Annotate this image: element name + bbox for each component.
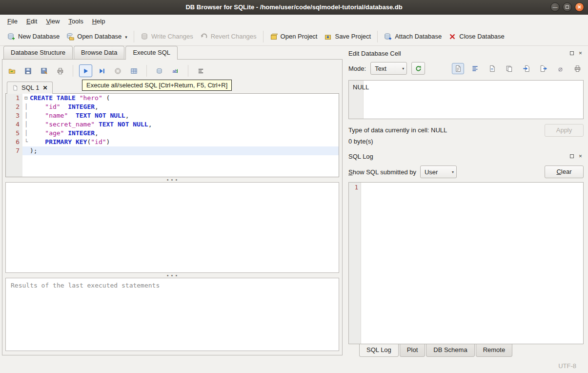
word-wrap-button[interactable] [469,63,481,74]
dock-tab-plot[interactable]: Plot [400,344,425,357]
code-line[interactable]: 5│ "age" INTEGER, [6,129,339,138]
stop-icon [114,67,122,75]
tab-browse-data[interactable]: Browse Data [74,46,124,59]
null-icon [557,65,564,72]
code-text [30,155,339,177]
mode-combo[interactable]: Text ▾ [370,62,407,75]
menu-file[interactable]: File [3,16,22,27]
clear-button[interactable]: Clear [545,166,584,178]
print-sql-button[interactable] [54,64,67,77]
tab-database-structure[interactable]: Database Structure [3,46,73,59]
open-sql-file-button[interactable] [5,64,19,77]
dock-tab-bar: SQL Log Plot DB Schema Remote [348,344,584,358]
execute-all-icon [82,67,89,75]
format-sql-button[interactable] [194,64,207,77]
close-database-button[interactable]: Close Database [445,30,508,43]
menu-edit[interactable]: Edit [22,16,41,27]
dock-tab-sql-log[interactable]: SQL Log [359,344,399,357]
save-sql-file-button[interactable] [21,64,35,77]
code-line[interactable]: 3│ "name" TEXT NOT NULL, [6,111,339,120]
code-text: ); [30,146,339,155]
fold-marker-icon[interactable]: ⊟ [22,94,30,103]
import-icon [523,65,530,72]
find-replace-button[interactable] [153,64,166,77]
align-left-icon [471,65,479,72]
submitted-by-combo[interactable]: User ▾ [420,166,457,178]
close-button[interactable]: ✕ [575,2,584,12]
app-window: DB Browser for SQLite - /home/user/code/… [0,0,588,373]
code-line[interactable]: 1⊟CREATE TABLE "hero" ( [6,94,339,103]
save-sql-file-as-button[interactable] [38,64,51,77]
code-line[interactable]: 4│ "secret_name" TEXT NOT NULL, [6,120,339,129]
copy-cell-button[interactable] [503,63,515,74]
cell-size-text: 0 byte(s) [348,138,584,145]
fold-guide: │ [22,129,30,138]
execute-all-button[interactable] [79,64,92,77]
save-cell-button[interactable] [486,63,498,74]
sql-log-view[interactable]: 1 [348,182,584,344]
export-cell-button[interactable] [537,63,549,74]
sql-toolbar: ab [5,62,339,79]
menu-tools[interactable]: Tools [64,16,87,27]
open-database-dropdown-icon[interactable]: ▾ [125,35,127,41]
dock-tab-db-schema[interactable]: DB Schema [426,344,474,357]
sql-editor[interactable]: 1⊟CREATE TABLE "hero" (2│ "id" INTEGER,3… [5,93,339,177]
editor-empty-area[interactable] [6,155,339,177]
open-database-button[interactable]: Open Database ▾ [63,30,131,43]
toolbar-separator [188,65,188,77]
float-dock-icon[interactable] [568,153,575,160]
set-null-button[interactable] [554,63,567,74]
open-project-button[interactable]: Open Project [266,30,321,43]
close-database-label: Close Database [459,33,505,40]
auto-switch-mode-button[interactable] [411,62,425,75]
close-dock-icon[interactable]: ✕ [577,50,584,57]
sql-log-filter-row: Show SQL submitted by User ▾ Clear [348,166,584,178]
import-cell-button[interactable] [520,63,532,74]
float-dock-icon[interactable] [568,50,575,57]
maximize-icon [566,5,569,9]
sql-tab-close-icon[interactable]: ✕ [42,84,47,91]
save-project-button[interactable]: Save Project [321,30,374,43]
sql-tab[interactable]: SQL 1 ✕ [7,82,53,94]
write-changes-icon [141,33,148,41]
results-grid[interactable] [5,182,339,273]
code-line[interactable]: 2│ "id" INTEGER, [6,103,339,111]
sql-log-title: SQL Log [348,153,566,160]
execute-line-button[interactable] [95,64,108,77]
attach-database-button[interactable]: Attach Database [381,30,445,43]
minimize-button[interactable]: — [550,2,560,12]
save-results-button[interactable] [127,64,141,77]
splitter-handle[interactable]: • • • [5,273,339,278]
line-number: 6 [6,138,22,146]
copy-icon [506,65,513,72]
open-project-label: Open Project [281,33,318,40]
new-database-button[interactable]: New Database [4,30,63,43]
menu-view[interactable]: View [41,16,64,27]
dock-tab-remote[interactable]: Remote [476,344,513,357]
sql-log-gutter: 1 [349,183,361,344]
auto-completion-button[interactable]: ab [169,64,182,77]
text-document-icon [454,65,462,72]
title-bar[interactable]: DB Browser for SQLite - /home/user/code/… [0,0,588,15]
close-dock-icon[interactable]: ✕ [577,153,584,160]
fold-guide: │ [22,111,30,120]
code-line[interactable]: 7 ); [6,146,339,155]
text-document-button[interactable] [452,63,464,74]
chevron-down-icon: ▾ [402,66,404,71]
close-database-icon [448,33,456,41]
code-line[interactable]: 6└ PRIMARY KEY("id") [6,138,339,146]
revert-changes-button: Revert Changes [197,30,260,43]
line-number: 4 [6,120,22,129]
splitter-handle[interactable]: • • • [5,177,339,182]
cell-editor[interactable]: NULL [348,80,584,119]
open-database-label: Open Database [77,33,122,40]
print-cell-button[interactable] [571,63,584,74]
save-project-label: Save Project [335,33,371,40]
menu-help[interactable]: Help [88,16,110,27]
maximize-button[interactable] [563,2,572,12]
window-title: DB Browser for SQLite - /home/user/code/… [185,3,402,11]
results-message-pane[interactable]: Results of the last executed statements [5,278,339,351]
tab-execute-sql[interactable]: Execute SQL [125,46,178,60]
encoding-indicator[interactable]: UTF-8 [558,362,576,370]
edit-cell-title: Edit Database Cell [348,50,566,57]
